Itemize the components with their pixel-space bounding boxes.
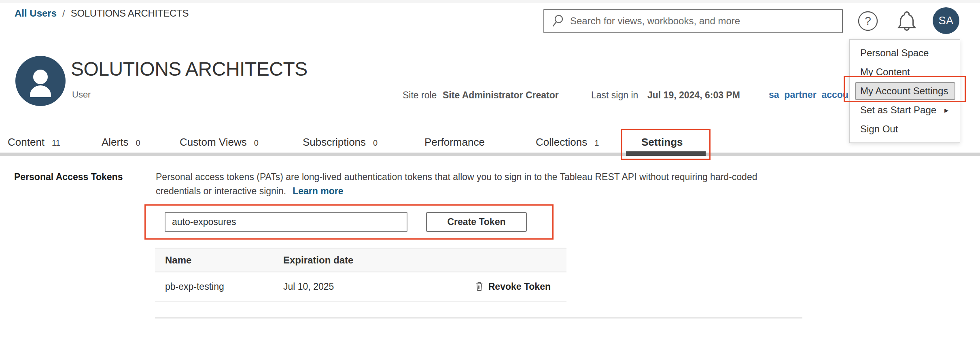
account-menu: Personal Space My Content My Account Set… (849, 39, 960, 143)
menu-item-sign-out[interactable]: Sign Out (850, 120, 960, 139)
site-role-value: Site Administrator Creator (443, 90, 559, 101)
column-header-name: Name (155, 255, 283, 266)
tab-count: 0 (136, 138, 140, 148)
pat-description-line2: credentials or interactive signin.Learn … (156, 186, 343, 197)
profile-subtitle: User (72, 89, 91, 100)
active-tab-indicator (626, 151, 706, 156)
section-divider (155, 317, 802, 319)
page: All Users / SOLUTIONS ARCHITECTS ? SA (0, 0, 980, 344)
search-icon (552, 14, 564, 28)
page-title: SOLUTIONS ARCHITECTS (71, 58, 308, 80)
user-avatar-button[interactable]: SA (933, 7, 959, 34)
menu-item-my-account-settings-wrap: My Account Settings (850, 82, 960, 101)
breadcrumb-separator: / (62, 8, 65, 19)
breadcrumb: All Users / SOLUTIONS ARCHITECTS (15, 8, 189, 19)
last-sign-in-label: Last sign in (591, 90, 638, 101)
menu-item-my-account-settings[interactable]: My Account Settings (855, 82, 955, 100)
avatar-initials: SA (938, 15, 953, 27)
top-strip (0, 0, 980, 3)
profile-avatar (15, 56, 66, 106)
help-icon[interactable]: ? (857, 11, 878, 33)
tab-count: 11 (52, 138, 60, 148)
tab-collections[interactable]: Collections1 (536, 136, 599, 149)
learn-more-link[interactable]: Learn more (293, 186, 343, 196)
notifications-bell-icon[interactable] (895, 9, 918, 35)
menu-item-my-content[interactable]: My Content (850, 63, 960, 82)
tab-settings[interactable]: Settings (641, 136, 683, 149)
person-icon (15, 56, 66, 106)
username-link[interactable]: sa_partner_accou (769, 89, 855, 100)
token-table: Name Expiration date pb-exp-testing Jul … (155, 248, 566, 302)
pat-description-line1: Personal access tokens (PATs) are long-l… (156, 172, 757, 183)
breadcrumb-current: SOLUTIONS ARCHITECTS (71, 8, 189, 19)
tab-alerts[interactable]: Alerts0 (102, 136, 140, 149)
table-row: pb-exp-testing Jul 10, 2025 Revoke Token (155, 272, 566, 302)
tab-count: 0 (254, 138, 259, 148)
column-header-expiration: Expiration date (283, 255, 457, 266)
tab-count: 1 (594, 138, 599, 148)
last-sign-in-value: Jul 19, 2024, 6:03 PM (647, 90, 740, 101)
svg-text:?: ? (865, 15, 871, 27)
trash-icon (474, 281, 484, 292)
search-box[interactable] (543, 9, 843, 33)
breadcrumb-all-users-link[interactable]: All Users (15, 8, 57, 19)
tab-count: 0 (373, 138, 378, 148)
tab-performance[interactable]: Performance (424, 136, 485, 149)
token-name-cell: pb-exp-testing (155, 281, 283, 292)
menu-item-set-as-start-page[interactable]: Set as Start Page ▸ (850, 101, 960, 120)
site-role-label: Site role (403, 90, 437, 101)
submenu-arrow-icon: ▸ (944, 105, 948, 115)
section-label-personal-access-tokens: Personal Access Tokens (14, 172, 123, 183)
tab-custom-views[interactable]: Custom Views0 (180, 136, 259, 149)
token-expiration-cell: Jul 10, 2025 (283, 281, 457, 292)
tab-content[interactable]: Content11 (8, 136, 60, 149)
tab-subscriptions[interactable]: Subscriptions0 (303, 136, 378, 149)
search-input[interactable] (570, 15, 829, 27)
token-table-header: Name Expiration date (155, 248, 566, 272)
tab-bar (0, 153, 980, 156)
token-name-input[interactable] (165, 212, 407, 232)
menu-item-personal-space[interactable]: Personal Space (850, 44, 960, 63)
revoke-token-button[interactable]: Revoke Token (474, 281, 551, 292)
create-token-button[interactable]: Create Token (426, 212, 527, 232)
